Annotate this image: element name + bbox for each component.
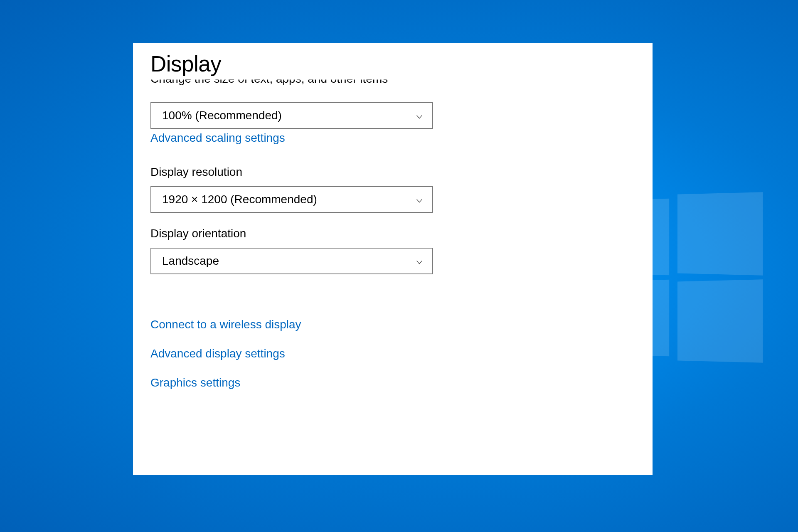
display-settings-content: Change the size of text, apps, and other… — [133, 79, 653, 389]
scaling-selected-value: 100% (Recommended) — [162, 109, 282, 122]
resolution-setting-group: Display resolution 1920 × 1200 (Recommen… — [150, 165, 635, 213]
chevron-down-icon — [415, 111, 424, 120]
orientation-dropdown[interactable]: Landscape — [150, 248, 433, 274]
chevron-down-icon — [415, 195, 424, 204]
orientation-label: Display orientation — [150, 227, 635, 240]
settings-window: Display Change the size of text, apps, a… — [133, 43, 653, 475]
additional-links-section: Connect to a wireless display Advanced d… — [150, 318, 635, 389]
scaling-setting-group: 100% (Recommended) Advanced scaling sett… — [150, 102, 635, 145]
advanced-display-link[interactable]: Advanced display settings — [150, 347, 635, 360]
scaling-dropdown[interactable]: 100% (Recommended) — [150, 102, 433, 129]
advanced-scaling-link[interactable]: Advanced scaling settings — [150, 131, 285, 145]
resolution-selected-value: 1920 × 1200 (Recommended) — [162, 193, 317, 206]
orientation-setting-group: Display orientation Landscape — [150, 227, 635, 274]
chevron-down-icon — [415, 256, 424, 266]
orientation-selected-value: Landscape — [162, 254, 219, 268]
page-title: Display — [133, 43, 653, 80]
resolution-label: Display resolution — [150, 165, 635, 179]
wireless-display-link[interactable]: Connect to a wireless display — [150, 318, 635, 331]
graphics-settings-link[interactable]: Graphics settings — [150, 376, 635, 389]
resolution-dropdown[interactable]: 1920 × 1200 (Recommended) — [150, 186, 433, 213]
